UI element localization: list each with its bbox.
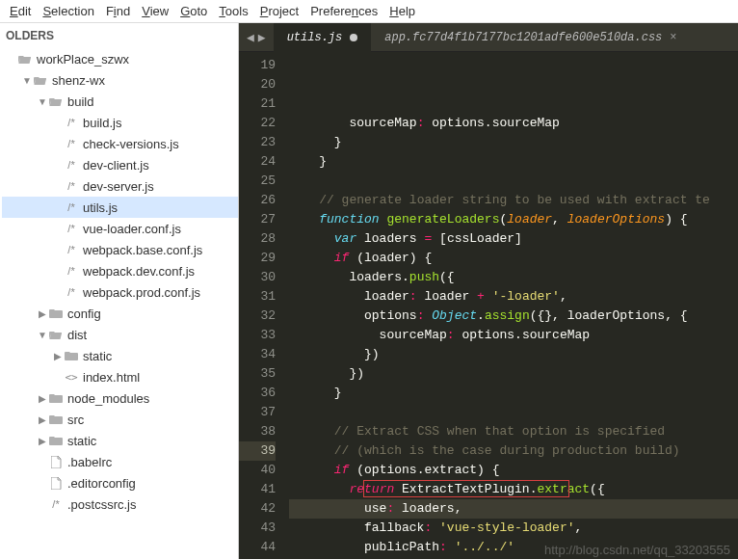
code-line: }) [289, 557, 738, 559]
tree-label: index.html [83, 370, 140, 385]
tab-prev-icon[interactable]: ◀ [247, 30, 254, 45]
js-file-icon: /* [64, 157, 79, 173]
file-icon [48, 475, 64, 491]
tab-label: utils.js [287, 31, 343, 44]
code-line: function generateLoaders(loader, loaderO… [289, 210, 738, 229]
menu-item[interactable]: Project [260, 4, 299, 18]
tab-close-icon[interactable]: × [670, 31, 676, 44]
code-line: }) [289, 364, 738, 384]
menu-item[interactable]: Find [106, 4, 130, 18]
tree-label: check-versions.js [83, 137, 179, 151]
menu-item[interactable]: Preferences [310, 4, 378, 18]
js-file-icon: /* [64, 115, 79, 130]
main-area: OLDERS workPlace_szwx▼shenz-wx▼build/*bu… [0, 23, 738, 559]
tree-label: .editorconfig [67, 476, 136, 491]
code-line: loader: loader + '-loader', [289, 287, 738, 307]
line-number: 41 [239, 480, 276, 499]
tree-row[interactable]: .editorconfig [2, 472, 238, 493]
tab-bar: ◀ ▶ utils.jsapp.fc77d4f1b7177bc1201adfe6… [239, 23, 738, 52]
tree-label: webpack.dev.conf.js [83, 264, 195, 279]
tree-row[interactable]: ▼dist [2, 324, 238, 345]
line-number: 33 [239, 326, 276, 345]
tree-row[interactable]: /*utils.js [2, 197, 238, 218]
tree-row[interactable]: ▶node_modules [2, 387, 238, 409]
editor-tab[interactable]: utils.js [274, 23, 372, 52]
tree-arrow-icon[interactable]: ▶ [37, 436, 48, 446]
tree-row[interactable]: /*webpack.dev.conf.js [2, 260, 238, 281]
tree-label: node_modules [67, 391, 149, 406]
tree-label: build.js [83, 116, 121, 130]
tree-row[interactable]: /*dev-client.js [2, 154, 238, 175]
tab-next-icon[interactable]: ▶ [258, 30, 266, 45]
tree-row[interactable]: ▼shenz-wx [2, 69, 238, 91]
tree-arrow-icon[interactable]: ▶ [37, 393, 48, 404]
menu-item[interactable]: Help [389, 4, 415, 18]
tree-label: workPlace_szwx [37, 52, 129, 67]
tree-row[interactable]: ▶static [2, 345, 238, 366]
tree-row[interactable]: /*webpack.base.conf.js [2, 239, 238, 260]
editor-tab[interactable]: app.fc77d4f1b7177bc1201adfe600e510da.css… [371, 23, 690, 52]
menu-item[interactable]: Edit [10, 4, 31, 18]
line-number: 36 [239, 384, 276, 403]
folder-open-icon [48, 93, 64, 109]
menu-item[interactable]: Goto [180, 4, 207, 18]
code-area[interactable]: 1920212223242526272829303132333435363738… [239, 52, 738, 559]
menu-item[interactable]: Tools [219, 4, 248, 18]
tree-row[interactable]: /*webpack.prod.conf.js [2, 281, 238, 303]
line-number: 44 [239, 538, 276, 557]
line-number: 45 [239, 557, 276, 559]
folder-icon [64, 348, 79, 363]
line-number: 42 [239, 499, 276, 519]
menubar: EditSelectionFindViewGotoToolsProjectPre… [0, 0, 738, 23]
tree-row[interactable]: /*vue-loader.conf.js [2, 218, 238, 239]
code-line: }) [289, 345, 738, 364]
tree-row[interactable]: ▶src [2, 409, 238, 430]
code-line: if (loader) { [289, 249, 738, 268]
menu-item[interactable]: View [142, 4, 169, 18]
tree-row[interactable]: workPlace_szwx [2, 48, 238, 69]
code-content[interactable]: sourceMap: options.sourceMap } } // gene… [285, 52, 738, 559]
js-file-icon: /* [64, 178, 79, 194]
code-line: use: loaders, [289, 499, 738, 519]
tree-row[interactable]: /*check-versions.js [2, 133, 238, 154]
line-number: 39 [239, 441, 276, 461]
tab-nav: ◀ ▶ [239, 30, 274, 45]
line-number: 20 [239, 75, 276, 94]
code-line: // (which is the case during production … [289, 441, 738, 461]
editor-pane: ◀ ▶ utils.jsapp.fc77d4f1b7177bc1201adfe6… [239, 23, 738, 559]
html-file-icon: <> [64, 369, 79, 385]
code-line: sourceMap: options.sourceMap [289, 114, 738, 133]
code-line: // generate loader string to be used wit… [289, 191, 738, 210]
code-line: if (options.extract) { [289, 461, 738, 480]
tree-row[interactable]: /*build.js [2, 112, 238, 133]
code-line: options: Object.assign({}, loaderOptions… [289, 307, 738, 326]
tree-row[interactable]: .babelrc [2, 451, 238, 472]
tree-row[interactable]: ▶static [2, 430, 238, 451]
tree-row[interactable]: ▼build [2, 91, 238, 112]
code-line: } [289, 133, 738, 152]
line-number: 34 [239, 345, 276, 364]
tree-arrow-icon[interactable]: ▼ [37, 330, 48, 340]
line-number: 40 [239, 461, 276, 480]
line-number: 25 [239, 172, 276, 191]
tree-arrow-icon[interactable]: ▼ [37, 96, 48, 107]
js-file-icon: /* [64, 200, 79, 215]
line-number: 30 [239, 268, 276, 287]
tree-row[interactable]: /*.postcssrc.js [2, 493, 238, 515]
tree-arrow-icon[interactable]: ▶ [52, 351, 64, 361]
tree-label: dev-client.js [83, 158, 149, 173]
code-line [289, 172, 738, 191]
tree-label: .babelrc [67, 455, 112, 469]
tree-row[interactable]: /*dev-server.js [2, 175, 238, 197]
folder-open-icon [17, 51, 33, 67]
tree-row[interactable]: <>index.html [2, 366, 238, 387]
tree-arrow-icon[interactable]: ▼ [21, 75, 33, 86]
folder-open-icon [48, 327, 64, 342]
menu-item[interactable]: Selection [42, 4, 93, 18]
js-file-icon: /* [64, 221, 79, 236]
js-file-icon: /* [64, 136, 79, 151]
file-icon [48, 454, 64, 469]
tree-row[interactable]: ▶config [2, 303, 238, 324]
tree-arrow-icon[interactable]: ▶ [37, 308, 48, 319]
tree-arrow-icon[interactable]: ▶ [37, 414, 48, 425]
